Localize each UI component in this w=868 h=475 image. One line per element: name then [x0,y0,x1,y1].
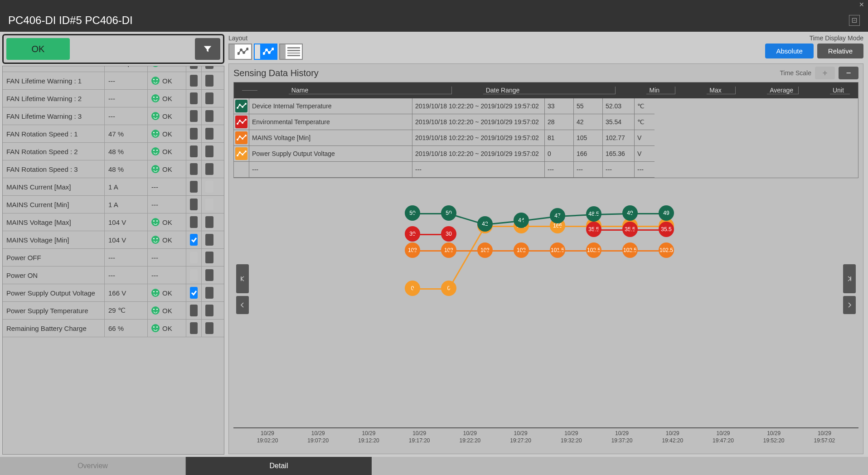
row-toggle-2[interactable] [205,234,213,246]
svg-point-8 [237,107,238,109]
chart-point[interactable]: 49 [659,205,674,221]
row-toggle-2[interactable] [205,252,213,263]
svg-point-23 [245,150,247,152]
x-tick: 10/2919:02:20 [252,430,283,448]
row-toggle-2[interactable] [205,128,213,140]
row-toggle-2[interactable] [205,66,213,69]
row-toggle-2[interactable] [205,199,213,210]
chart-next-button[interactable] [843,296,856,314]
data-row[interactable]: MAINS Voltage [Min]2019/10/18 10:22:20 ~… [234,130,858,146]
page-title: PC406-DI ID#5 PC406-DI [8,14,133,27]
row-toggle-1[interactable] [190,269,198,281]
chart-point[interactable]: 102.5 [659,242,674,258]
status-row[interactable]: Power ON------ [3,267,224,284]
row-toggle-2[interactable] [205,305,213,316]
row-toggle-1[interactable] [190,128,198,140]
close-icon[interactable]: ✕ [859,1,864,8]
row-toggle-1[interactable] [190,110,198,122]
row-toggle-2[interactable] [205,145,213,157]
timescale-minus-button[interactable]: − [839,67,858,79]
status-row[interactable]: Power OFF------ [3,249,224,267]
svg-point-19 [245,135,247,136]
row-toggle-1[interactable] [190,75,198,87]
chart-point[interactable]: 30 [441,226,456,242]
row-toggle-2[interactable] [205,287,213,299]
chart-point[interactable]: 35.5 [659,222,674,237]
tab-detail[interactable]: Detail [186,457,372,475]
status-name: MAINS Current [Min] [3,196,105,213]
row-toggle-2[interactable] [205,322,213,334]
status-name: Power ON [3,267,105,284]
data-row[interactable]: Environmental Temperature2019/10/18 10:2… [234,114,858,130]
row-toggle-1[interactable] [190,234,198,246]
row-toggle-2[interactable] [205,75,213,87]
status-status: OK [148,213,186,231]
row-toggle-1[interactable] [190,216,198,228]
svg-point-13 [239,120,241,121]
return-button[interactable] [849,15,860,26]
status-row[interactable]: FAN Rotation Speed : 248 %OK [3,143,224,160]
status-value: --- [105,249,148,266]
status-table[interactable]: Ethernet Link StatusLink UpOKFAN Lifetim… [3,66,224,442]
data-row[interactable]: Device Internal Temperature2019/10/18 10… [234,98,858,114]
data-row[interactable]: Power Supply Output Voltage2019/10/18 10… [234,146,858,162]
chart-jump-end-button[interactable] [843,264,856,293]
layout-btn-3[interactable] [279,44,303,60]
status-value: 166 V [105,284,148,301]
th-avg: Average [767,87,799,94]
status-row[interactable]: Power Supply Temperature29 ℃OK [3,302,224,320]
row-toggle-1[interactable] [190,252,198,263]
tab-overview[interactable]: Overview [0,457,186,475]
svg-point-10 [242,106,243,108]
status-value: 1 A [105,196,148,213]
status-row[interactable]: FAN Rotation Speed : 348 %OK [3,160,224,178]
status-value: 104 V [105,231,148,248]
layout-btn-2[interactable] [254,44,277,60]
row-toggle-1[interactable] [190,145,198,157]
chart-jump-start-button[interactable] [236,264,249,293]
chart-area[interactable]: 00166166166166166166103103103102101.5102… [233,183,858,451]
layout-btn-1[interactable] [228,44,252,60]
smiley-icon [151,236,160,244]
data-row[interactable]: ------------------ [234,162,858,178]
row-toggle-2[interactable] [205,92,213,104]
status-row[interactable]: MAINS Current [Min]1 A--- [3,196,224,213]
status-name: FAN Lifetime Warning : 2 [3,90,105,107]
status-row[interactable]: FAN Lifetime Warning : 1---OK [3,72,224,90]
status-row[interactable]: Power Supply Output Voltage166 VOK [3,284,224,302]
status-status: OK [148,143,186,160]
status-name: Remaining Battery Charge [3,320,105,337]
time-relative-button[interactable]: Relative [817,44,863,58]
status-row[interactable]: Remaining Battery Charge66 %OK [3,320,224,337]
svg-point-11 [245,103,247,105]
row-toggle-2[interactable] [205,269,213,281]
time-absolute-button[interactable]: Absolute [765,44,813,58]
status-name: FAN Rotation Speed : 2 [3,143,105,160]
chart-prev-button[interactable] [236,296,249,314]
time-mode-label: Time Display Mode [765,34,863,42]
status-row[interactable]: FAN Lifetime Warning : 3---OK [3,107,224,125]
status-row[interactable]: Ethernet Link StatusLink UpOK [3,66,224,72]
status-name: Power Supply Temperature [3,302,105,319]
status-row[interactable]: MAINS Voltage [Max]104 VOK [3,213,224,231]
row-toggle-1[interactable] [190,199,198,210]
row-toggle-2[interactable] [205,110,213,122]
x-tick: 10/2919:27:20 [505,430,537,448]
row-toggle-1[interactable] [190,66,198,69]
status-row[interactable]: FAN Lifetime Warning : 2---OK [3,90,224,107]
row-toggle-2[interactable] [205,181,213,193]
row-toggle-1[interactable] [190,322,198,334]
row-toggle-1[interactable] [190,181,198,193]
row-toggle-1[interactable] [190,163,198,175]
status-name: MAINS Voltage [Max] [3,213,105,231]
status-row[interactable]: MAINS Voltage [Min]104 VOK [3,231,224,249]
series-swatch [235,100,247,112]
row-toggle-1[interactable] [190,287,198,299]
status-row[interactable]: FAN Rotation Speed : 147 %OK [3,125,224,143]
filter-button[interactable] [195,38,220,60]
row-toggle-2[interactable] [205,216,213,228]
row-toggle-1[interactable] [190,305,198,316]
status-row[interactable]: MAINS Current [Max]1 A--- [3,178,224,196]
row-toggle-2[interactable] [205,163,213,175]
row-toggle-1[interactable] [190,92,198,104]
